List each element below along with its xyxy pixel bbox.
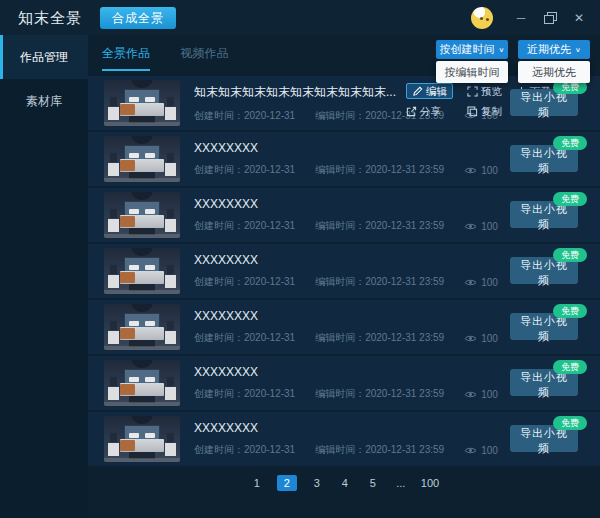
- thumb-lamp-left: [110, 433, 117, 442]
- sort-order-selected[interactable]: 近期优先 ∨: [518, 40, 590, 59]
- tab-panorama-works[interactable]: 全景作品: [102, 35, 150, 71]
- page-button-5[interactable]: 5: [365, 475, 381, 491]
- thumb-pillow: [129, 377, 139, 382]
- sidebar: 作品管理 素材库: [0, 35, 88, 518]
- work-thumbnail[interactable]: [104, 304, 180, 350]
- created-time: 创建时间：2020-12-31: [194, 443, 295, 457]
- thumb-nightstand-right: [165, 163, 176, 176]
- views-count: 100: [481, 389, 498, 400]
- thumb-ceiling-dome: [131, 304, 153, 312]
- share-button[interactable]: 分享: [406, 104, 453, 118]
- thumb-nightstand-left: [108, 107, 119, 120]
- thumb-lamp-right: [167, 209, 174, 218]
- sidebar-item-works[interactable]: 作品管理: [0, 35, 88, 79]
- work-meta: 创建时间：2020-12-31 编辑时间：2020-12-31 23:59 10…: [194, 219, 498, 233]
- sort-order-label: 近期优先: [527, 42, 571, 57]
- page-button-2[interactable]: 2: [277, 475, 297, 491]
- thumb-nightstand-right: [165, 331, 176, 344]
- close-button[interactable]: ✕: [572, 11, 586, 25]
- views-icon: [464, 334, 477, 343]
- thumb-nightstand-right: [165, 443, 176, 456]
- work-row[interactable]: XXXXXXXX 创建时间：2020-12-31 编辑时间：2020-12-31…: [88, 300, 600, 354]
- copy-button[interactable]: 复制: [467, 104, 502, 118]
- action-label: 编辑: [426, 84, 447, 98]
- copy-icon: [467, 106, 478, 117]
- work-row[interactable]: XXXXXXXX 创建时间：2020-12-31 编辑时间：2020-12-31…: [88, 412, 600, 466]
- page-button-4[interactable]: 4: [337, 475, 353, 491]
- views: 100: [464, 221, 498, 232]
- work-info: XXXXXXXX 创建时间：2020-12-31 编辑时间：2020-12-31…: [194, 253, 498, 289]
- sort-by-time-dropdown: 按创建时间 ∨ 按编辑时间: [436, 40, 508, 83]
- user-avatar[interactable]: [471, 7, 493, 29]
- action-label: 预览: [481, 84, 502, 98]
- work-thumbnail[interactable]: [104, 416, 180, 462]
- thumb-floor: [104, 458, 180, 462]
- thumb-pillow: [145, 97, 155, 102]
- page-button-100[interactable]: 100: [421, 475, 439, 491]
- titlebar-controls: ─ ✕: [471, 0, 586, 35]
- thumb-pillow: [145, 377, 155, 382]
- work-thumbnail[interactable]: [104, 192, 180, 238]
- thumb-nightstand-left: [108, 443, 119, 456]
- thumb-blanket: [120, 216, 135, 227]
- title-bar: 知末全景 合成全景 ─ ✕: [0, 0, 600, 35]
- thumb-pillow: [129, 209, 139, 214]
- thumb-nightstand-left: [108, 275, 119, 288]
- thumb-blanket: [120, 328, 135, 339]
- work-thumbnail[interactable]: [104, 80, 180, 126]
- views-count: 100: [481, 333, 498, 344]
- free-badge: 免费: [553, 248, 587, 262]
- work-title: XXXXXXXX: [194, 421, 498, 435]
- thumb-lamp-right: [167, 153, 174, 162]
- created-time: 创建时间：2020-12-31: [194, 387, 295, 401]
- created-time: 创建时间：2020-12-31: [194, 163, 295, 177]
- free-badge: 免费: [553, 136, 587, 150]
- views: 100: [464, 333, 498, 344]
- works-list: 知末知末知末知末知末知末知末知末... 创建时间：2020-12-31 编辑时间…: [88, 76, 600, 468]
- page-button-3[interactable]: 3: [309, 475, 325, 491]
- work-thumbnail[interactable]: [104, 136, 180, 182]
- work-meta: 创建时间：2020-12-31 编辑时间：2020-12-31 23:59 10…: [194, 443, 498, 457]
- thumb-pillow: [129, 153, 139, 158]
- chevron-down-icon: ∨: [575, 46, 581, 53]
- thumb-blanket: [120, 272, 135, 283]
- thumb-ceiling-dome: [131, 192, 153, 200]
- sort-order-option[interactable]: 远期优先: [518, 61, 590, 83]
- sort-by-time-option[interactable]: 按编辑时间: [436, 61, 508, 83]
- thumb-nightstand-right: [165, 107, 176, 120]
- thumb-ceiling-dome: [131, 416, 153, 424]
- work-thumbnail[interactable]: [104, 360, 180, 406]
- work-title: XXXXXXXX: [194, 365, 498, 379]
- views: 100: [464, 389, 498, 400]
- sort-by-time-selected[interactable]: 按创建时间 ∨: [436, 40, 508, 59]
- work-thumbnail[interactable]: [104, 248, 180, 294]
- tab-video-works[interactable]: 视频作品: [180, 35, 228, 69]
- free-badge: 免费: [553, 416, 587, 430]
- page-button-1[interactable]: 1: [249, 475, 265, 491]
- work-row[interactable]: XXXXXXXX 创建时间：2020-12-31 编辑时间：2020-12-31…: [88, 188, 600, 242]
- work-row[interactable]: XXXXXXXX 创建时间：2020-12-31 编辑时间：2020-12-31…: [88, 356, 600, 410]
- thumb-blanket: [120, 104, 135, 115]
- maximize-icon: [547, 12, 557, 21]
- minimize-button[interactable]: ─: [514, 11, 528, 25]
- work-row[interactable]: XXXXXXXX 创建时间：2020-12-31 编辑时间：2020-12-31…: [88, 132, 600, 186]
- views-icon: [464, 446, 477, 455]
- preview-button[interactable]: 预览: [467, 84, 502, 98]
- work-title: XXXXXXXX: [194, 253, 498, 267]
- compose-panorama-button[interactable]: 合成全景: [100, 7, 176, 29]
- thumb-lamp-right: [167, 265, 174, 274]
- work-meta: 创建时间：2020-12-31 编辑时间：2020-12-31 23:59 10…: [194, 275, 498, 289]
- export-area: 导出小视频 免费: [510, 145, 578, 176]
- edit-button[interactable]: 编辑: [406, 83, 453, 99]
- edited-time: 编辑时间：2020-12-31 23:59: [315, 387, 444, 401]
- export-area: 导出小视频 免费: [510, 369, 578, 400]
- maximize-button[interactable]: [543, 11, 557, 25]
- work-row[interactable]: XXXXXXXX 创建时间：2020-12-31 编辑时间：2020-12-31…: [88, 244, 600, 298]
- thumb-lamp-left: [110, 97, 117, 106]
- work-row[interactable]: 知末知末知末知末知末知末知末知末... 创建时间：2020-12-31 编辑时间…: [88, 76, 600, 130]
- work-title: XXXXXXXX: [194, 141, 498, 155]
- sidebar-item-materials[interactable]: 素材库: [0, 79, 88, 123]
- page-ellipsis: ...: [393, 475, 409, 491]
- work-title: XXXXXXXX: [194, 309, 498, 323]
- app-logo: 知末全景: [18, 0, 82, 35]
